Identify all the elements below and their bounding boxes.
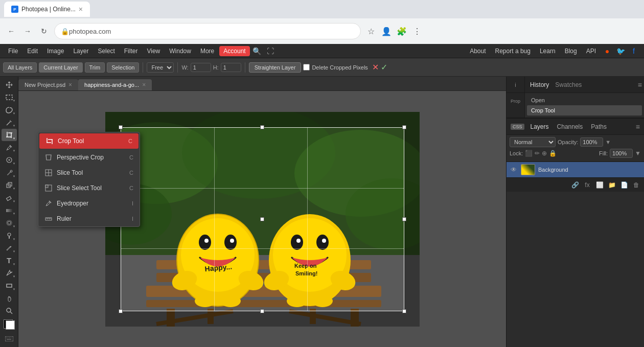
layers-panel-menu-icon[interactable]: ≡ xyxy=(636,123,640,131)
w-input[interactable] xyxy=(191,63,211,72)
tool-eyedropper[interactable]: ▼ xyxy=(2,142,17,154)
tool-path-select[interactable]: ▼ xyxy=(2,267,17,280)
canvas-body[interactable]: Happy... xyxy=(18,91,506,347)
menu-api[interactable]: API xyxy=(582,46,600,56)
tool-gradient[interactable]: ▼ xyxy=(2,204,17,217)
layer-visibility-icon[interactable]: 👁 xyxy=(510,166,518,174)
tool-lasso[interactable]: ▼ xyxy=(2,104,17,116)
trim-btn[interactable]: Trim xyxy=(85,62,105,73)
tool-heal[interactable]: ▼ xyxy=(2,154,17,166)
tool-type[interactable]: T ▼ xyxy=(2,255,17,267)
tool-shape[interactable]: ▼ xyxy=(2,280,17,292)
browser-tab[interactable]: P Photopea | Online... × xyxy=(4,2,90,17)
confirm-crop-btn[interactable]: ✓ xyxy=(381,62,387,72)
opacity-dropdown-icon[interactable]: ▼ xyxy=(605,139,611,145)
extensions-icon[interactable]: 🧩 xyxy=(396,25,408,37)
menu-about[interactable]: About xyxy=(466,46,490,56)
ratio-select[interactable]: Free 1:1 4:3 16:9 xyxy=(147,62,174,73)
ctx-eyedropper[interactable]: Eyedropper I xyxy=(38,196,140,211)
menu-account[interactable]: Account xyxy=(219,46,249,56)
ctx-crop-tool[interactable]: Crop Tool C xyxy=(39,133,139,149)
canvas-tab-project[interactable]: New Project.psd × xyxy=(18,79,78,90)
menu-window[interactable]: Window xyxy=(165,46,195,56)
bookmark-icon[interactable]: ☆ xyxy=(365,25,377,37)
reload-button[interactable]: ↻ xyxy=(38,25,50,37)
opacity-input[interactable] xyxy=(580,137,603,147)
new-group-btn[interactable]: 📁 xyxy=(606,179,617,191)
lock-move-icon[interactable]: ⊕ xyxy=(542,150,547,157)
all-layers-btn[interactable]: All Layers xyxy=(3,62,37,73)
layer-mask-btn[interactable]: ⬜ xyxy=(594,179,605,191)
tab-close-btn[interactable]: × xyxy=(79,5,83,13)
delete-cropped-checkbox[interactable] xyxy=(303,64,310,71)
current-layer-btn[interactable]: Current Layer xyxy=(39,62,82,73)
menu-learn[interactable]: Learn xyxy=(536,46,560,56)
facebook-icon[interactable]: f xyxy=(628,45,640,57)
swatches-tab[interactable]: Swatches xyxy=(552,79,585,90)
tool-clone[interactable]: ▼ xyxy=(2,179,17,192)
lock-pixels-icon[interactable]: ⬛ xyxy=(525,150,533,157)
tool-brush[interactable]: ▼ xyxy=(2,167,17,179)
menu-layer[interactable]: Layer xyxy=(69,46,93,56)
tool-dodge[interactable]: ▼ xyxy=(2,229,17,242)
menu-edit[interactable]: Edit xyxy=(23,46,42,56)
fill-input[interactable] xyxy=(610,149,633,158)
tool-magic-wand[interactable]: ▼ xyxy=(2,117,17,129)
ctx-ruler[interactable]: Ruler I xyxy=(38,211,140,226)
history-panel-menu-icon[interactable]: ≡ xyxy=(638,81,642,89)
menu-filter[interactable]: Filter xyxy=(120,46,142,56)
tool-pen[interactable]: ▼ xyxy=(2,242,17,255)
menu-more[interactable]: More xyxy=(196,46,218,56)
layer-effects-btn[interactable]: fx xyxy=(582,179,593,191)
keyboard-icon[interactable] xyxy=(2,333,17,345)
selection-btn[interactable]: Selection xyxy=(107,62,139,73)
menu-image[interactable]: Image xyxy=(43,46,68,56)
menu-blog[interactable]: Blog xyxy=(561,46,581,56)
ctx-slice-tool[interactable]: Slice Tool C xyxy=(38,165,140,180)
forward-button[interactable]: → xyxy=(21,25,34,37)
address-bar[interactable]: 🔒 photopea.com xyxy=(54,23,361,39)
tool-move[interactable] xyxy=(2,79,17,91)
new-layer-btn[interactable]: 📄 xyxy=(618,179,630,191)
menu-select[interactable]: Select xyxy=(94,46,119,56)
tool-hand[interactable] xyxy=(2,292,17,305)
channels-tab[interactable]: Channels xyxy=(553,121,587,132)
history-open[interactable]: Open xyxy=(527,95,642,105)
h-input[interactable] xyxy=(221,63,241,72)
tool-zoom[interactable] xyxy=(2,305,17,317)
search-icon[interactable]: 🔍 xyxy=(251,45,263,57)
delete-layer-btn[interactable]: 🗑 xyxy=(631,179,642,191)
menu-dots-icon[interactable]: ⋮ xyxy=(411,25,423,37)
back-button[interactable]: ← xyxy=(5,25,17,37)
color-swatch[interactable] xyxy=(2,318,17,331)
tool-blur[interactable]: ▼ xyxy=(2,217,17,229)
canvas-tab-happiness-close[interactable]: × xyxy=(142,81,146,88)
tool-select-rect[interactable]: ▼ xyxy=(2,91,17,104)
link-layers-btn[interactable]: 🔗 xyxy=(569,179,581,191)
ctx-slice-select[interactable]: Slice Select Tool C xyxy=(38,180,140,196)
paths-tab[interactable]: Paths xyxy=(587,121,611,132)
layers-tab[interactable]: Layers xyxy=(526,121,553,132)
tool-crop[interactable]: ▼ xyxy=(2,129,17,141)
lock-position-icon[interactable]: ✏ xyxy=(535,150,540,157)
straighten-btn[interactable]: Straighten Layer xyxy=(249,62,302,73)
profile-icon[interactable]: 👤 xyxy=(380,25,393,37)
reddit-icon[interactable]: ● xyxy=(601,45,613,57)
blend-mode-select[interactable]: Normal Dissolve Multiply Screen Overlay xyxy=(510,137,556,147)
history-tab[interactable]: History xyxy=(527,79,552,90)
cancel-crop-btn[interactable]: ✕ xyxy=(372,62,379,72)
ctx-perspective-crop[interactable]: Perspective Crop C xyxy=(38,150,140,165)
menu-file[interactable]: File xyxy=(4,46,22,56)
tool-eraser[interactable]: ▼ xyxy=(2,192,17,204)
fullscreen-icon[interactable]: ⛶ xyxy=(264,45,277,57)
menu-report-bug[interactable]: Report a bug xyxy=(491,46,535,56)
lock-all-icon[interactable]: 🔒 xyxy=(549,150,557,157)
menu-view[interactable]: View xyxy=(143,46,164,56)
info-tab-btn[interactable]: i xyxy=(507,77,524,93)
canvas-tab-project-close[interactable]: × xyxy=(68,81,72,88)
background-color[interactable] xyxy=(6,320,15,330)
properties-tab-btn[interactable]: Prop xyxy=(507,93,524,109)
fill-dropdown-icon[interactable]: ▼ xyxy=(635,150,641,157)
history-crop-tool[interactable]: Crop Tool xyxy=(527,105,642,115)
canvas-tab-happiness[interactable]: happiness-and-a-go... × xyxy=(78,79,152,90)
